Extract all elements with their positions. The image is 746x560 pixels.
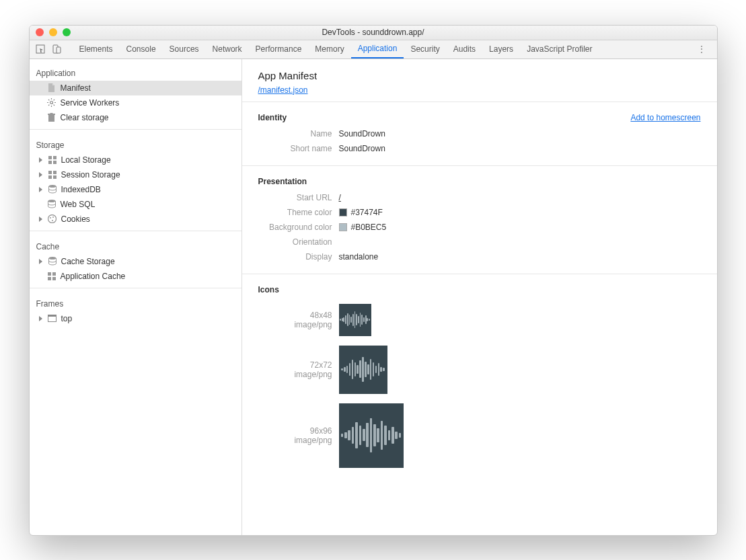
tab-application[interactable]: Application xyxy=(351,40,404,58)
section-cache: Cache xyxy=(30,235,241,254)
tab-audits[interactable]: Audits xyxy=(447,40,482,58)
tab-performance[interactable]: Performance xyxy=(249,40,309,58)
tab-elements[interactable]: Elements xyxy=(73,40,120,58)
svg-point-3 xyxy=(50,102,53,104)
icon-row: 48x48image/png xyxy=(258,304,701,336)
chevron-right-icon xyxy=(39,187,42,192)
page-title: App Manifest xyxy=(258,70,701,81)
add-to-homescreen-link[interactable]: Add to homescreen xyxy=(630,113,700,122)
icon-row: 96x96image/png xyxy=(258,403,701,468)
svg-line-11 xyxy=(48,105,49,106)
svg-rect-21 xyxy=(48,175,52,179)
presentation-heading: Presentation xyxy=(258,177,307,186)
short-name-label: Short name xyxy=(258,144,339,153)
start-url-value[interactable]: / xyxy=(339,193,341,202)
sidebar-item-label: Cache Storage xyxy=(61,257,115,266)
svg-line-10 xyxy=(54,99,54,100)
frame-icon xyxy=(48,314,57,323)
tab-console[interactable]: Console xyxy=(120,40,163,58)
sidebar-item-label: Web SQL xyxy=(61,200,96,209)
display-label: Display xyxy=(258,252,339,262)
sidebar-item-label: Application Cache xyxy=(61,272,126,281)
bg-swatch-icon xyxy=(339,223,347,231)
app-icon xyxy=(339,304,371,336)
manifest-header: App Manifest /manifest.json xyxy=(242,59,717,102)
svg-line-8 xyxy=(48,99,49,100)
svg-rect-33 xyxy=(52,277,56,280)
tab-layers[interactable]: Layers xyxy=(482,40,520,58)
more-icon[interactable]: ⋮ xyxy=(692,44,712,54)
identity-section: Identity Add to homescreen NameSoundDrow… xyxy=(242,102,717,166)
device-icon[interactable] xyxy=(51,44,62,54)
tab-jsprofiler[interactable]: JavaScript Profiler xyxy=(520,40,599,58)
tab-memory[interactable]: Memory xyxy=(308,40,350,58)
sidebar-item-websql[interactable]: Web SQL xyxy=(30,197,241,212)
svg-rect-31 xyxy=(52,272,56,276)
svg-point-27 xyxy=(52,216,54,218)
sidebar-item-cache-storage[interactable]: Cache Storage xyxy=(30,254,241,269)
svg-point-29 xyxy=(48,257,56,259)
svg-rect-14 xyxy=(50,113,53,114)
svg-point-28 xyxy=(52,220,53,221)
manifest-link[interactable]: /manifest.json xyxy=(258,85,308,95)
sidebar-item-label: Cookies xyxy=(61,214,90,224)
zoom-icon[interactable] xyxy=(63,28,71,36)
svg-rect-15 xyxy=(48,156,52,159)
waveform-icon xyxy=(341,418,402,452)
identity-heading: Identity xyxy=(258,113,287,122)
trash-icon xyxy=(47,113,57,122)
cookie-icon xyxy=(48,214,57,224)
svg-line-9 xyxy=(54,105,54,106)
minimize-icon[interactable] xyxy=(49,28,57,36)
sidebar-item-label: Local Storage xyxy=(61,155,111,165)
sidebar-item-indexeddb[interactable]: IndexedDB xyxy=(30,182,241,197)
chevron-right-icon xyxy=(39,316,42,321)
chevron-right-icon xyxy=(39,157,42,163)
theme-color-value: #37474F xyxy=(339,208,383,217)
sidebar: Application Manifest Service Workers Cle… xyxy=(30,59,242,535)
sidebar-item-cookies[interactable]: Cookies xyxy=(30,212,241,227)
close-icon[interactable] xyxy=(36,28,44,36)
grid-icon xyxy=(48,170,57,179)
devtools-window: DevTools - sounddrown.app/ Elements Cons… xyxy=(29,25,718,536)
icon-size: 96x96 xyxy=(258,426,332,436)
database-icon xyxy=(47,200,57,209)
svg-rect-2 xyxy=(57,47,61,53)
sidebar-item-label: Service Workers xyxy=(61,98,120,108)
database-icon xyxy=(48,257,57,266)
sidebar-item-app-cache[interactable]: Application Cache xyxy=(30,269,241,284)
grid-icon xyxy=(48,155,57,165)
sidebar-item-label: Session Storage xyxy=(61,170,120,179)
waveform-icon xyxy=(341,357,385,381)
window-title: DevTools - sounddrown.app/ xyxy=(30,28,717,37)
sidebar-item-label: top xyxy=(61,314,73,323)
sidebar-item-session-storage[interactable]: Session Storage xyxy=(30,167,241,182)
sidebar-item-service-workers[interactable]: Service Workers xyxy=(30,95,241,110)
sidebar-item-top[interactable]: top xyxy=(30,311,241,326)
svg-point-23 xyxy=(48,185,56,188)
display-value: standalone xyxy=(339,252,379,262)
svg-rect-35 xyxy=(48,315,57,317)
svg-rect-18 xyxy=(53,161,57,164)
titlebar: DevTools - sounddrown.app/ xyxy=(30,26,717,40)
inspect-icon[interactable] xyxy=(35,44,46,54)
sidebar-item-clear-storage[interactable]: Clear storage xyxy=(30,110,241,125)
bg-color-value: #B0BEC5 xyxy=(339,223,387,232)
icon-size: 48x48 xyxy=(258,311,332,320)
sidebar-item-local-storage[interactable]: Local Storage xyxy=(30,153,241,167)
grid-icon xyxy=(47,272,57,281)
svg-rect-30 xyxy=(48,272,51,276)
tab-network[interactable]: Network xyxy=(206,40,249,58)
section-application: Application xyxy=(30,62,241,81)
tab-sources[interactable]: Sources xyxy=(163,40,206,58)
document-icon xyxy=(47,83,57,93)
gear-icon xyxy=(47,98,57,108)
icon-row: 72x72image/png xyxy=(258,346,701,394)
icon-mime: image/png xyxy=(258,370,332,379)
sidebar-item-manifest[interactable]: Manifest xyxy=(30,81,241,95)
tab-security[interactable]: Security xyxy=(404,40,446,58)
icon-size: 72x72 xyxy=(258,360,332,370)
traffic-lights xyxy=(36,28,71,36)
icon-mime: image/png xyxy=(258,320,332,329)
name-label: Name xyxy=(258,129,339,138)
